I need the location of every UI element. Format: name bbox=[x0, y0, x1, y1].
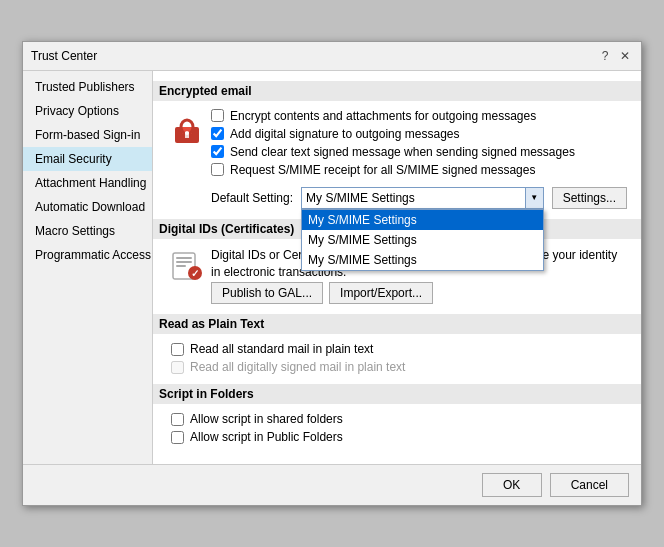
dropdown-display[interactable]: My S/MIME Settings ▼ bbox=[301, 187, 544, 209]
read-digitally-signed-label: Read all digitally signed mail in plain … bbox=[190, 360, 405, 374]
read-standard-label: Read all standard mail in plain text bbox=[190, 342, 373, 356]
read-standard-checkbox[interactable] bbox=[171, 343, 184, 356]
default-setting-dropdown-wrapper: My S/MIME Settings ▼ My S/MIME Settings … bbox=[301, 187, 544, 209]
request-smime-checkbox[interactable] bbox=[211, 163, 224, 176]
sidebar-item-attachment-handling[interactable]: Attachment Handling bbox=[23, 171, 152, 195]
sidebar-item-trusted-publishers[interactable]: Trusted Publishers bbox=[23, 75, 152, 99]
svg-point-4 bbox=[185, 131, 189, 135]
svg-rect-8 bbox=[176, 265, 186, 267]
allow-shared-row: Allow script in shared folders bbox=[171, 412, 627, 426]
svg-rect-6 bbox=[176, 257, 192, 259]
sidebar-item-macro-settings[interactable]: Macro Settings bbox=[23, 219, 152, 243]
dropdown-value: My S/MIME Settings bbox=[302, 191, 525, 205]
add-digital-sig-row: Add digital signature to outgoing messag… bbox=[211, 127, 627, 141]
digital-ids-buttons: Publish to GAL... Import/Export... bbox=[211, 282, 627, 304]
cert-icon: ✓ bbox=[171, 249, 203, 281]
dialog-title: Trust Center bbox=[31, 49, 97, 63]
encrypted-email-header: Encrypted email bbox=[153, 81, 641, 101]
allow-shared-label: Allow script in shared folders bbox=[190, 412, 343, 426]
send-clear-text-label: Send clear text signed message when send… bbox=[230, 145, 575, 159]
read-plain-text-header: Read as Plain Text bbox=[153, 314, 641, 334]
encrypted-email-section: Encrypt contents and attachments for out… bbox=[167, 109, 627, 209]
script-in-folders-header: Script in Folders bbox=[153, 384, 641, 404]
ok-button[interactable]: OK bbox=[482, 473, 542, 497]
add-digital-sig-checkbox[interactable] bbox=[211, 127, 224, 140]
allow-shared-checkbox[interactable] bbox=[171, 413, 184, 426]
cancel-button[interactable]: Cancel bbox=[550, 473, 629, 497]
sidebar-item-automatic-download[interactable]: Automatic Download bbox=[23, 195, 152, 219]
default-setting-label: Default Setting: bbox=[211, 191, 293, 205]
title-bar-buttons: ? ✕ bbox=[597, 48, 633, 64]
encrypt-contents-checkbox[interactable] bbox=[211, 109, 224, 122]
trust-center-dialog: Trust Center ? ✕ Trusted Publishers Priv… bbox=[22, 41, 642, 507]
encrypt-icon bbox=[171, 113, 203, 145]
read-digitally-signed-checkbox[interactable] bbox=[171, 361, 184, 374]
sidebar-item-email-security[interactable]: Email Security bbox=[23, 147, 152, 171]
sidebar: Trusted Publishers Privacy Options Form-… bbox=[23, 71, 153, 465]
dropdown-option-0[interactable]: My S/MIME Settings bbox=[302, 210, 543, 230]
dropdown-option-1[interactable]: My S/MIME Settings bbox=[302, 230, 543, 250]
settings-button[interactable]: Settings... bbox=[552, 187, 627, 209]
svg-rect-7 bbox=[176, 261, 192, 263]
allow-public-checkbox[interactable] bbox=[171, 431, 184, 444]
publish-to-gal-button[interactable]: Publish to GAL... bbox=[211, 282, 323, 304]
main-content: Encrypted email bbox=[153, 71, 641, 465]
send-clear-text-row: Send clear text signed message when send… bbox=[211, 145, 627, 159]
read-digitally-signed-row: Read all digitally signed mail in plain … bbox=[171, 360, 627, 374]
read-plain-text-section: Read all standard mail in plain text Rea… bbox=[167, 342, 627, 374]
encrypt-contents-label: Encrypt contents and attachments for out… bbox=[230, 109, 536, 123]
sidebar-item-programmatic-access[interactable]: Programmatic Access bbox=[23, 243, 152, 267]
import-export-button[interactable]: Import/Export... bbox=[329, 282, 433, 304]
request-smime-row: Request S/MIME receipt for all S/MIME si… bbox=[211, 163, 627, 177]
close-button[interactable]: ✕ bbox=[617, 48, 633, 64]
dialog-body: Trusted Publishers Privacy Options Form-… bbox=[23, 71, 641, 465]
request-smime-label: Request S/MIME receipt for all S/MIME si… bbox=[230, 163, 535, 177]
sidebar-item-form-based-signin[interactable]: Form-based Sign-in bbox=[23, 123, 152, 147]
svg-text:✓: ✓ bbox=[191, 268, 199, 279]
dropdown-option-2[interactable]: My S/MIME Settings bbox=[302, 250, 543, 270]
dropdown-list: My S/MIME Settings My S/MIME Settings My… bbox=[301, 209, 544, 271]
dropdown-arrow-icon: ▼ bbox=[525, 188, 543, 208]
allow-public-row: Allow script in Public Folders bbox=[171, 430, 627, 444]
send-clear-text-checkbox[interactable] bbox=[211, 145, 224, 158]
help-button[interactable]: ? bbox=[597, 48, 613, 64]
allow-public-label: Allow script in Public Folders bbox=[190, 430, 343, 444]
dialog-footer: OK Cancel bbox=[23, 464, 641, 505]
encrypted-email-checkboxes: Encrypt contents and attachments for out… bbox=[211, 109, 627, 181]
add-digital-sig-label: Add digital signature to outgoing messag… bbox=[230, 127, 459, 141]
encrypt-contents-row: Encrypt contents and attachments for out… bbox=[211, 109, 627, 123]
default-setting-row: Default Setting: My S/MIME Settings ▼ My… bbox=[211, 187, 627, 209]
script-in-folders-section: Allow script in shared folders Allow scr… bbox=[167, 412, 627, 444]
sidebar-item-privacy-options[interactable]: Privacy Options bbox=[23, 99, 152, 123]
read-standard-row: Read all standard mail in plain text bbox=[171, 342, 627, 356]
title-bar: Trust Center ? ✕ bbox=[23, 42, 641, 71]
